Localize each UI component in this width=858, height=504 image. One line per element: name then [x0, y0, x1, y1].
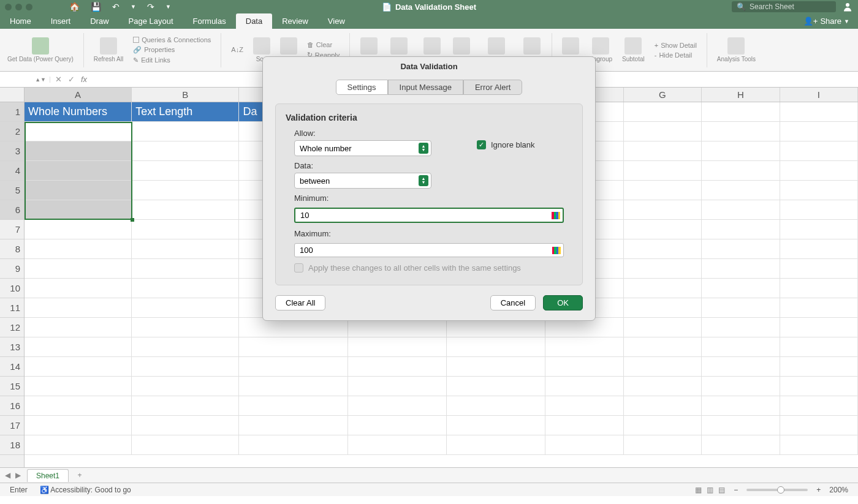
- analysis-tools-button[interactable]: Analysis Tools: [715, 36, 758, 64]
- cell[interactable]: [25, 220, 132, 239]
- cell[interactable]: [348, 337, 447, 357]
- data-select[interactable]: between ▲▼: [294, 173, 431, 189]
- row-header[interactable]: 17: [0, 416, 24, 435]
- cell[interactable]: [25, 298, 132, 318]
- add-sheet-button[interactable]: +: [74, 469, 86, 481]
- cell[interactable]: [702, 396, 780, 416]
- cell[interactable]: [25, 318, 132, 337]
- cell[interactable]: [702, 122, 780, 141]
- accept-formula-icon[interactable]: ✓: [68, 75, 75, 84]
- search-input[interactable]: [750, 2, 831, 11]
- cell[interactable]: [624, 220, 702, 239]
- cell[interactable]: [25, 122, 132, 141]
- clear-all-button[interactable]: Clear All: [275, 295, 325, 310]
- row-header[interactable]: 1: [0, 102, 24, 122]
- cell[interactable]: [348, 435, 447, 455]
- row-header[interactable]: 9: [0, 259, 24, 279]
- cell[interactable]: [25, 337, 132, 357]
- row-header[interactable]: 18: [0, 435, 24, 455]
- cell[interactable]: [239, 416, 347, 435]
- home-icon[interactable]: 🏠: [69, 2, 80, 12]
- cell[interactable]: [25, 161, 132, 181]
- cell[interactable]: [702, 357, 780, 377]
- tab-view[interactable]: View: [318, 13, 355, 29]
- cell[interactable]: [132, 377, 239, 396]
- name-box[interactable]: ▲▼: [0, 77, 50, 83]
- row-header[interactable]: 15: [0, 377, 24, 396]
- cell[interactable]: [624, 122, 702, 141]
- cell[interactable]: [132, 220, 239, 239]
- normal-view-icon[interactable]: ▦: [695, 486, 702, 494]
- row-header[interactable]: 8: [0, 239, 24, 259]
- cell[interactable]: [447, 396, 545, 416]
- minimize-window-icon[interactable]: [15, 4, 22, 10]
- column-header[interactable]: B: [132, 88, 239, 102]
- row-header[interactable]: 12: [0, 318, 24, 337]
- cell[interactable]: [132, 435, 239, 455]
- page-break-view-icon[interactable]: ▤: [718, 486, 725, 494]
- properties-button[interactable]: 🔗Properties: [131, 45, 213, 55]
- zoom-in-button[interactable]: +: [816, 486, 821, 494]
- cell[interactable]: [780, 102, 858, 122]
- cell[interactable]: [624, 181, 702, 200]
- cancel-formula-icon[interactable]: ✕: [55, 75, 62, 84]
- cell[interactable]: [132, 416, 239, 435]
- cell[interactable]: [239, 396, 347, 416]
- cell[interactable]: [545, 337, 623, 357]
- minimum-input[interactable]: 10: [294, 208, 564, 223]
- ok-button[interactable]: OK: [543, 295, 583, 310]
- cell[interactable]: [780, 279, 858, 298]
- cell[interactable]: [25, 239, 132, 259]
- column-header[interactable]: G: [624, 88, 702, 102]
- cell[interactable]: [702, 279, 780, 298]
- cell[interactable]: [132, 337, 239, 357]
- row-header[interactable]: 11: [0, 298, 24, 318]
- cell[interactable]: [447, 357, 545, 377]
- row-header[interactable]: 13: [0, 337, 24, 357]
- cell[interactable]: [702, 377, 780, 396]
- cell[interactable]: [780, 357, 858, 377]
- cell[interactable]: [348, 357, 447, 377]
- range-picker-icon[interactable]: [552, 247, 561, 254]
- cell[interactable]: [780, 181, 858, 200]
- tab-draw[interactable]: Draw: [80, 13, 118, 29]
- edit-links-button[interactable]: ✎Edit Links: [131, 56, 213, 65]
- cell[interactable]: [702, 102, 780, 122]
- cell[interactable]: [132, 279, 239, 298]
- cell[interactable]: [545, 377, 623, 396]
- cell[interactable]: [624, 416, 702, 435]
- cell[interactable]: [25, 416, 132, 435]
- cell[interactable]: [702, 181, 780, 200]
- cell[interactable]: [624, 318, 702, 337]
- fx-icon[interactable]: fx: [81, 75, 87, 84]
- queries-connections-button[interactable]: Queries & Connections: [131, 36, 213, 44]
- subtotal-button[interactable]: Subtotal: [620, 36, 647, 64]
- share-button[interactable]: 👤+ Share ▼: [795, 13, 858, 29]
- tab-home[interactable]: Home: [0, 13, 41, 29]
- redo-icon[interactable]: ↷: [147, 2, 154, 12]
- cell[interactable]: [624, 279, 702, 298]
- avatar-icon[interactable]: [842, 1, 853, 12]
- cell[interactable]: [545, 435, 623, 455]
- selection-handle[interactable]: [131, 218, 134, 222]
- cell[interactable]: [447, 435, 545, 455]
- cell[interactable]: [348, 377, 447, 396]
- ignore-blank-checkbox[interactable]: ✓: [477, 140, 486, 149]
- row-header[interactable]: 16: [0, 396, 24, 416]
- cell[interactable]: [780, 200, 858, 220]
- row-header[interactable]: 7: [0, 220, 24, 239]
- cell[interactable]: [25, 357, 132, 377]
- dialog-tab-input-message[interactable]: Input Message: [388, 80, 463, 95]
- cell[interactable]: Whole Numbers: [25, 102, 132, 122]
- tab-data[interactable]: Data: [236, 13, 272, 29]
- close-window-icon[interactable]: [5, 4, 12, 10]
- cell[interactable]: [702, 416, 780, 435]
- row-header[interactable]: 14: [0, 357, 24, 377]
- cell[interactable]: [624, 102, 702, 122]
- hide-detail-button[interactable]: -Hide Detail: [652, 51, 699, 59]
- zoom-level[interactable]: 200%: [829, 486, 848, 494]
- save-icon[interactable]: 💾: [91, 2, 101, 12]
- row-header[interactable]: 6: [0, 200, 24, 220]
- cell[interactable]: [702, 200, 780, 220]
- first-sheet-icon[interactable]: ◀: [5, 471, 10, 480]
